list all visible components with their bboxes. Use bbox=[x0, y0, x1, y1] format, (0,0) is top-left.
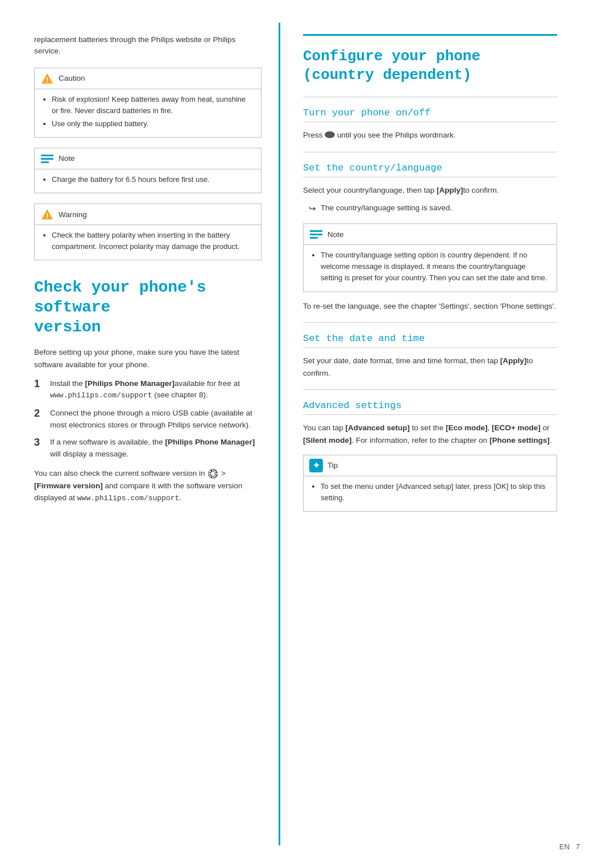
svg-rect-4 bbox=[41, 161, 49, 163]
country-arrow-text: The country/language setting is saved. bbox=[321, 202, 452, 214]
svg-text:!: ! bbox=[46, 212, 48, 220]
adv-bold-5: [Phone settings] bbox=[489, 436, 550, 445]
firmware-bold: [Firmware version] bbox=[34, 481, 103, 490]
tip-label: Tip bbox=[327, 461, 338, 470]
caution-item-1: Risk of explosion! Keep batteries away f… bbox=[52, 94, 253, 117]
note-box-left: Note Charge the battery for 6.5 hours be… bbox=[34, 148, 262, 193]
tip-header: ✦ Tip bbox=[304, 455, 557, 476]
end-call-icon bbox=[325, 131, 335, 138]
firmware-link: www.philips.com/support bbox=[77, 494, 179, 502]
steps-list: 1 Install the [Philips Phone Manager]ava… bbox=[34, 378, 262, 461]
date-apply-bold: [Apply] bbox=[500, 356, 527, 365]
step-3-content: If a new software is available, the [Phi… bbox=[50, 437, 262, 460]
left-top-text: replacement batteries through the Philip… bbox=[34, 34, 262, 57]
svg-rect-19 bbox=[310, 237, 318, 239]
main-title: Configure your phone (country dependent) bbox=[303, 47, 557, 84]
country-apply-bold: [Apply] bbox=[437, 186, 463, 194]
divider-1 bbox=[303, 97, 557, 97]
note-icon-left bbox=[40, 152, 54, 165]
warning-label: Warning bbox=[59, 210, 87, 219]
turn-on-text: Press until you see the Philips wordmark… bbox=[303, 129, 557, 142]
footer-lang: EN bbox=[559, 842, 570, 851]
svg-rect-17 bbox=[310, 230, 322, 232]
check-section-title: Check your phone's software version bbox=[34, 277, 262, 337]
page-footer: EN 7 bbox=[559, 842, 580, 851]
divider-4 bbox=[303, 389, 557, 390]
note-item-right-1: The country/language setting option is c… bbox=[321, 250, 549, 284]
divider-3 bbox=[303, 322, 557, 323]
advanced-text: You can tap [Advanced setup] to set the … bbox=[303, 422, 557, 446]
tip-box: ✦ Tip To set the menu under [Advanced se… bbox=[303, 455, 557, 512]
svg-rect-11 bbox=[209, 474, 211, 475]
svg-point-8 bbox=[211, 472, 215, 476]
step-2-content: Connect the phone through a micro USB ca… bbox=[50, 408, 262, 431]
adv-bold-4: [Silent mode] bbox=[303, 436, 352, 445]
note-content-left: Charge the battery for 6.5 hours before … bbox=[35, 169, 261, 193]
svg-text:!: ! bbox=[46, 76, 48, 84]
divider-2 bbox=[303, 152, 557, 152]
advanced-title: Advanced settings bbox=[303, 400, 557, 415]
note-header-left: Note bbox=[35, 148, 261, 169]
firmware-text: You can also check the current software … bbox=[34, 467, 262, 505]
date-text: Set your date, date format, time and tim… bbox=[303, 355, 557, 379]
step-3-num: 3 bbox=[34, 437, 50, 449]
step-2: 2 Connect the phone through a micro USB … bbox=[34, 408, 262, 431]
caution-header: ! Caution bbox=[35, 68, 261, 89]
note-icon-right bbox=[309, 227, 323, 241]
re-set-text: To re-set the language, see the chapter … bbox=[303, 300, 557, 313]
caution-item-2: Use only the supplied battery. bbox=[52, 118, 253, 130]
caution-content: Risk of explosion! Keep batteries away f… bbox=[35, 89, 261, 137]
svg-rect-12 bbox=[215, 474, 218, 475]
caution-label: Caution bbox=[59, 74, 85, 82]
step-1-num: 1 bbox=[34, 378, 50, 391]
warning-header: ! Warning bbox=[35, 204, 261, 225]
caution-icon: ! bbox=[40, 72, 54, 85]
tip-item-1: To set the menu under [Advanced setup] l… bbox=[321, 481, 549, 504]
svg-rect-3 bbox=[41, 158, 53, 160]
adv-bold-3: [ECO+ mode] bbox=[492, 423, 541, 432]
svg-rect-10 bbox=[213, 476, 214, 479]
warning-content: Check the battery polarity when insertin… bbox=[35, 225, 261, 260]
note-label-left: Note bbox=[59, 154, 75, 163]
turn-on-title: Turn your phone on/off bbox=[303, 107, 557, 122]
adv-bold-2: [Eco mode] bbox=[446, 423, 488, 432]
svg-rect-18 bbox=[310, 234, 322, 235]
gear-icon bbox=[208, 469, 218, 479]
svg-rect-2 bbox=[41, 155, 53, 156]
note-item-left-1: Charge the battery for 6.5 hours before … bbox=[52, 174, 253, 185]
country-text: Select your country/language, then tap [… bbox=[303, 184, 557, 197]
warning-item-1: Check the battery polarity when insertin… bbox=[52, 230, 253, 252]
date-title: Set the date and time bbox=[303, 333, 557, 348]
note-content-right: The country/language setting option is c… bbox=[304, 245, 557, 291]
adv-bold-1: [Advanced setup] bbox=[346, 423, 410, 432]
svg-text:✦: ✦ bbox=[313, 460, 320, 470]
step-2-num: 2 bbox=[34, 408, 50, 420]
step-1: 1 Install the [Philips Phone Manager]ava… bbox=[34, 378, 262, 402]
step-1-content: Install the [Philips Phone Manager]avail… bbox=[50, 378, 262, 402]
note-label-right: Note bbox=[327, 230, 344, 239]
step-1-link: www.philips.com/support bbox=[50, 391, 152, 400]
step-3-bold: [Philips Phone Manager] bbox=[165, 438, 255, 446]
svg-rect-9 bbox=[213, 470, 214, 472]
country-title: Set the country/language bbox=[303, 163, 557, 177]
country-arrow: ↪ The country/language setting is saved. bbox=[303, 202, 557, 215]
footer-page: 7 bbox=[576, 842, 580, 851]
note-header-right: Note bbox=[304, 224, 557, 245]
tip-icon: ✦ bbox=[309, 459, 323, 472]
arrow-icon: ↪ bbox=[309, 202, 316, 215]
tip-content: To set the menu under [Advanced setup] l… bbox=[304, 476, 557, 511]
note-box-right: Note The country/language setting option… bbox=[303, 223, 557, 292]
caution-box: ! Caution Risk of explosion! Keep batter… bbox=[34, 68, 262, 138]
warning-box: ! Warning Check the battery polarity whe… bbox=[34, 203, 262, 260]
warning-icon: ! bbox=[40, 207, 54, 221]
step-3: 3 If a new software is available, the [P… bbox=[34, 437, 262, 460]
check-intro-text: Before setting up your phone, make sure … bbox=[34, 346, 262, 371]
right-top-border bbox=[303, 34, 557, 36]
step-1-bold: [Philips Phone Manager] bbox=[85, 379, 175, 388]
